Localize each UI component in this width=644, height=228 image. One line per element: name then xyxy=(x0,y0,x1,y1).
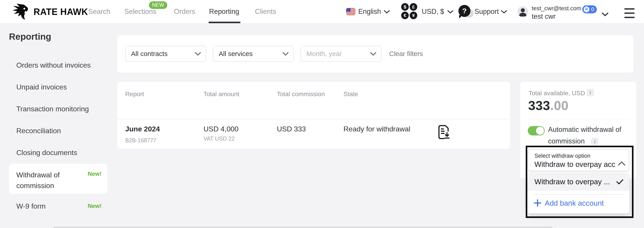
report-period: June 2024 xyxy=(125,125,160,133)
support-icon[interactable]: ? xyxy=(458,5,472,18)
currency-coins-icon: ¥ xyxy=(410,12,417,19)
reports-table-card: Report Total amount Total commission Sta… xyxy=(118,82,510,149)
vat-value: VAT USD 22 xyxy=(204,135,234,142)
new-badge: New! xyxy=(88,170,102,177)
state-value: Ready for withdrawal xyxy=(344,125,410,133)
hamburger-menu-icon[interactable] xyxy=(624,0,634,23)
withdraw-options-dropdown: Withdraw to overpay ... Add bank account xyxy=(528,173,629,213)
currency-coins-icon: $ xyxy=(401,3,409,11)
badge-count: 0 xyxy=(591,6,594,12)
user-chevron-down-icon[interactable] xyxy=(602,12,609,18)
dropdown-divider xyxy=(533,194,624,195)
total-available-label: Total available, USD xyxy=(528,90,585,97)
auto-withdrawal-label-line1: Automatic withdrawal of xyxy=(548,126,621,134)
add-bank-account-label: Add bank account xyxy=(545,199,604,208)
plus-icon xyxy=(534,199,542,208)
total-amount-value: USD 4,000 xyxy=(204,125,238,133)
commission-value: USD 333 xyxy=(277,125,306,133)
info-icon[interactable]: i xyxy=(591,138,598,145)
contracts-select[interactable]: All contracts xyxy=(125,46,206,62)
sidebar-item-unpaid-invoices[interactable]: Unpaid invoices xyxy=(16,83,67,91)
language-selector[interactable]: English xyxy=(358,0,381,23)
sidebar-item-transaction-monitoring[interactable]: Transaction monitoring xyxy=(16,105,89,113)
currency-coins-icon: £ xyxy=(410,3,417,11)
contracts-select-value: All contracts xyxy=(131,46,168,61)
option-withdraw-to-overpay[interactable]: Withdraw to overpay ... xyxy=(528,173,629,191)
support-bubble-tail xyxy=(459,15,462,18)
month-year-select[interactable]: Month, year xyxy=(300,46,382,62)
support-chevron-down-icon[interactable] xyxy=(501,10,507,15)
withdraw-select-label: Select withdraw option xyxy=(534,153,590,159)
amount-integer: 333 xyxy=(528,98,550,113)
nav-reporting[interactable]: Reporting xyxy=(209,0,239,23)
currency-coins-icon: € xyxy=(401,12,409,19)
chevron-down-icon xyxy=(370,52,376,57)
currency-selector[interactable]: USD, $ xyxy=(422,0,444,23)
topbar: RATE HAWK Search Selections NEW Orders R… xyxy=(0,0,644,23)
column-header-state: State xyxy=(344,91,358,98)
user-level-badge[interactable]: R 0 xyxy=(582,5,597,13)
r-hexagon-icon: R xyxy=(584,6,590,12)
brand-logo[interactable]: RATE HAWK xyxy=(11,0,88,23)
amount-decimal: .00 xyxy=(550,98,568,113)
ratehawk-app: RATE HAWK Search Selections NEW Orders R… xyxy=(0,0,644,228)
table-header-divider xyxy=(118,119,510,119)
footer-scrollbar[interactable] xyxy=(54,227,552,228)
clear-filters-button[interactable]: Clear filters xyxy=(389,46,423,62)
hawk-logo-icon xyxy=(11,3,30,20)
withdraw-select-value: Withdraw to overpay acc xyxy=(534,160,622,169)
info-icon[interactable]: i xyxy=(586,89,594,96)
us-flag-icon xyxy=(346,8,356,15)
currency-chevron-down-icon[interactable] xyxy=(447,10,454,15)
brand-name: RATE HAWK xyxy=(34,6,88,17)
column-header-total-commission: Total commission xyxy=(277,91,325,98)
column-header-report: Report xyxy=(125,91,144,98)
withdraw-option-select[interactable]: Select withdraw option Withdraw to overp… xyxy=(528,149,629,171)
avatar[interactable] xyxy=(518,6,528,17)
support-menu[interactable]: Support xyxy=(474,0,499,23)
toggle-knob xyxy=(536,127,544,135)
sidebar-item-withdrawal-of-commission[interactable]: Withdrawal of commission New! xyxy=(9,164,107,194)
chevron-down-icon xyxy=(194,52,201,57)
nav-orders[interactable]: Orders xyxy=(174,0,195,23)
nav-selections-new-badge: NEW xyxy=(149,1,167,9)
nav-search[interactable]: Search xyxy=(88,0,110,23)
nav-clients[interactable]: Clients xyxy=(255,0,276,23)
page-title: Reporting xyxy=(9,32,51,42)
new-badge: New! xyxy=(88,203,102,210)
user-name: test cwr xyxy=(532,12,556,20)
month-year-placeholder: Month, year xyxy=(306,46,342,61)
language-chevron-down-icon[interactable] xyxy=(384,10,390,15)
column-header-total-amount: Total amount xyxy=(204,91,239,98)
user-email: test_cwr@test.com xyxy=(532,5,581,12)
sidebar-item-closing-documents[interactable]: Closing documents xyxy=(16,149,77,157)
report-id: B2B-168777 xyxy=(125,137,156,144)
check-icon xyxy=(616,179,624,186)
chevron-up-icon xyxy=(617,161,626,167)
add-bank-account-button[interactable]: Add bank account xyxy=(528,196,629,212)
sidebar-item-reconciliation[interactable]: Reconciliation xyxy=(16,127,61,135)
document-download-icon[interactable] xyxy=(438,125,450,142)
sidebar-item-w9-form[interactable]: W-9 form xyxy=(16,202,46,210)
sidebar-item-orders-without-invoices[interactable]: Orders without invoices xyxy=(16,61,91,69)
services-select[interactable]: All services xyxy=(213,46,294,62)
sidebar-item-label: Withdrawal of commission xyxy=(16,170,86,191)
services-select-value: All services xyxy=(219,46,253,61)
active-tab-underline xyxy=(209,22,240,23)
auto-withdrawal-label-line2: commission xyxy=(548,137,585,145)
auto-withdrawal-toggle[interactable] xyxy=(528,126,545,135)
filters-card: All contracts All services Month, year C… xyxy=(118,35,634,73)
total-available-amount: 333.00 xyxy=(528,98,568,113)
chevron-down-icon xyxy=(282,52,289,57)
option-label: Withdraw to overpay ... xyxy=(534,173,610,191)
